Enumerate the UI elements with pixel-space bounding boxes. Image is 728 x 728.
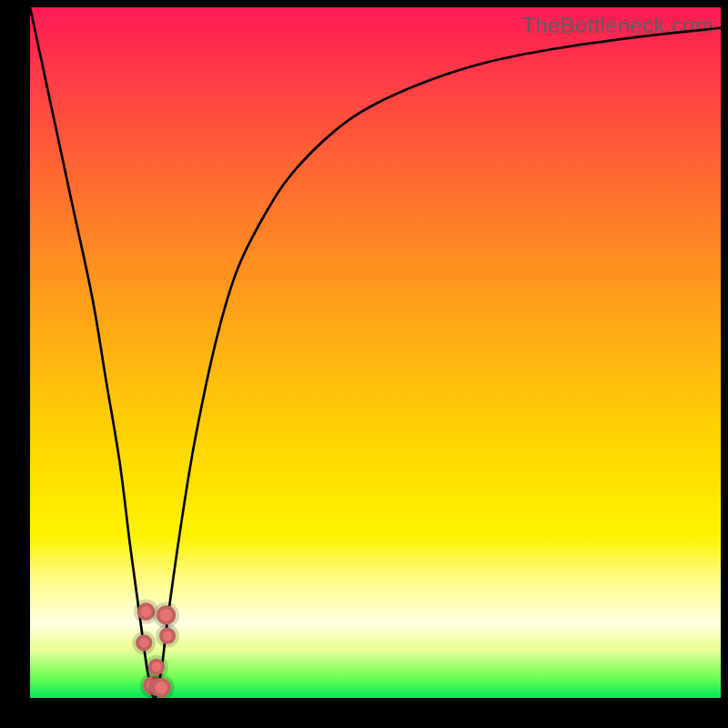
curve-layer — [30, 7, 721, 698]
data-markers — [136, 602, 176, 697]
bottleneck-curve — [30, 7, 721, 698]
data-marker — [159, 628, 176, 644]
data-marker — [148, 659, 165, 675]
data-marker — [137, 602, 156, 621]
data-marker — [157, 605, 176, 624]
plot-area: TheBottleneck.com — [30, 7, 721, 698]
chart-frame: TheBottleneck.com — [0, 0, 728, 728]
data-marker — [152, 678, 171, 697]
data-marker — [136, 634, 152, 651]
